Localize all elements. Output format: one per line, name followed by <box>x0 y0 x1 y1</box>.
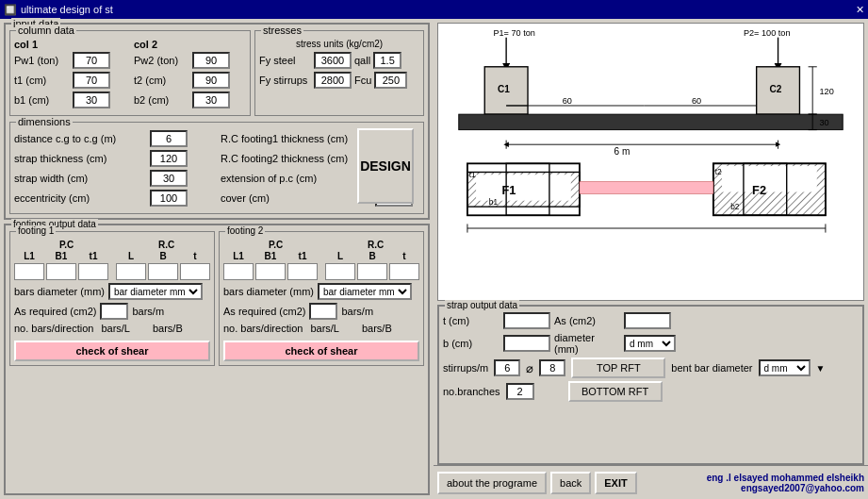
fy-steel-row: Fy steel qall <box>259 52 419 69</box>
app-title: ultimate design of st <box>21 4 113 15</box>
chevron-icon[interactable]: ▼ <box>816 363 826 374</box>
strap-thickness-input[interactable] <box>150 150 188 167</box>
f2-as-row: As required (cm2) bars/m <box>223 303 419 320</box>
col2-label: col 2 <box>134 39 246 50</box>
f2-bars-m-label: bars/m <box>341 306 373 317</box>
pw2-input[interactable] <box>192 52 230 69</box>
b1-input[interactable] <box>73 91 110 108</box>
span-label: 6 m <box>614 146 631 157</box>
stirrups-label: stirrups/m <box>443 362 488 374</box>
credit-line1: eng .l elsayed mohammed elsheikh <box>707 473 864 483</box>
f2-label: F2 <box>752 183 766 197</box>
about-button[interactable]: about the programe <box>437 472 547 494</box>
f1-bar-diam-select[interactable]: bar diameter mm <box>108 283 203 300</box>
strap-width-label: strap width (cm) <box>14 173 146 184</box>
f1-check-shear-button[interactable]: check of shear <box>14 341 210 361</box>
dist-cg-input[interactable] <box>150 130 188 147</box>
f1-as-row: As required (cm2) bars/m <box>14 303 210 320</box>
branches-input[interactable] <box>506 383 534 400</box>
column-data-panel: column data col 1 Pw1 (ton) t1 (cm) <box>9 30 251 116</box>
fy-steel-input[interactable] <box>314 52 352 69</box>
f2-no-bars-row: no. bars/direction bars/L bars/B <box>223 323 419 334</box>
c2-label: C2 <box>769 84 781 94</box>
stirrup-val1-input[interactable] <box>494 359 520 376</box>
f1-h-b1: B1 <box>46 251 76 261</box>
f2-inner <box>722 166 817 191</box>
f2-as-label: As required (cm2) <box>223 306 305 317</box>
f1-as-label: As required (cm2) <box>14 306 96 317</box>
fy-stirrups-row: Fy stirrups Fcu <box>259 72 419 89</box>
f1-l-cell <box>116 263 146 280</box>
f2-h-b: B <box>357 251 387 261</box>
strap-as-input[interactable] <box>624 312 671 329</box>
bottom-rft-button[interactable]: BOTTOM RFT <box>568 381 663 402</box>
strap-thickness-label: strap thickness (cm) <box>14 153 146 164</box>
f2-h-l1: L1 <box>223 251 254 261</box>
t1-input[interactable] <box>73 72 110 89</box>
f1-h-t: t <box>180 251 210 261</box>
strap-diam-select[interactable]: d mm <box>624 335 676 352</box>
f1-as-input[interactable] <box>100 303 128 320</box>
strap-b-input[interactable] <box>503 335 550 352</box>
f1-h-l: L <box>116 251 146 261</box>
b2-label: b2 (cm) <box>134 94 190 106</box>
bent-bar-select[interactable]: d mm <box>759 359 811 376</box>
dist-cg-label: distance c.g to c.g (m) <box>14 133 146 144</box>
eccentricity-label: eccentricity (cm) <box>14 192 146 204</box>
f2-bar-diam-select[interactable]: bar diameter mm <box>318 283 412 300</box>
f1-b1-cell <box>46 263 76 280</box>
fy-stirrups-label: Fy stirrups <box>259 75 311 86</box>
strap-middle <box>580 182 713 194</box>
f2-as-input[interactable] <box>309 303 337 320</box>
app-icon: 🔲 <box>4 4 17 16</box>
footing1-title: footing 1 <box>16 225 56 236</box>
pw2-row: Pw2 (ton) <box>134 52 246 69</box>
f2-no-bars-label: no. bars/direction <box>223 323 303 334</box>
credit-block: eng .l elsayed mohammed elsheikh engsaye… <box>707 473 864 493</box>
strap-thickness-row: strap thickness (cm) <box>14 150 213 167</box>
f1-h-b: B <box>148 251 178 261</box>
fcu-input[interactable] <box>374 72 407 89</box>
t2-row: t2 (cm) <box>134 72 246 89</box>
structural-diagram: P1= 70 ton P2= 100 ton <box>438 24 863 300</box>
f1-bar-diam-label: bars diameter (mm) <box>14 286 105 297</box>
f1-bar-diam-row: bars diameter (mm) bar diameter mm <box>14 283 210 300</box>
f1-t1-cell <box>78 263 108 280</box>
exit-button[interactable]: EXIT <box>595 472 636 494</box>
f2-b-cell <box>357 263 387 280</box>
f2-l1-cell <box>223 263 254 280</box>
f1-inner <box>476 175 571 200</box>
t2-input[interactable] <box>192 72 230 89</box>
fy-stirrups-input[interactable] <box>314 72 352 89</box>
strap-t-input[interactable] <box>503 312 550 329</box>
f1-bars-l-label: bars/L <box>101 323 130 334</box>
t2-label: t2 (cm) <box>134 75 190 86</box>
p2-label: P2= 100 ton <box>744 28 791 38</box>
pw1-input[interactable] <box>73 52 110 69</box>
f2-h-b1: B1 <box>255 251 286 261</box>
close-button[interactable]: ✕ <box>856 4 864 16</box>
dimensions-panel: dimensions distance c.g to c.g (m) strap… <box>9 122 424 214</box>
f2-bar-diam-label: bars diameter (mm) <box>223 286 314 297</box>
design-button[interactable]: DESIGN <box>357 128 414 204</box>
qall-input[interactable] <box>373 52 401 69</box>
f2-bars-b-label: bars/B <box>362 323 392 334</box>
no-branches-label: no.branches <box>443 386 500 397</box>
strap-output-section: strap output data t (cm) As (cm2) b (cm)… <box>437 305 864 465</box>
b2-input[interactable] <box>192 91 230 108</box>
f2-check-shear-button[interactable]: check of shear <box>223 341 419 361</box>
f1-no-bars-label: no. bars/direction <box>14 323 93 334</box>
col1-section: col 1 Pw1 (ton) t1 (cm) b1 (cm) <box>14 39 126 111</box>
top-rft-button[interactable]: TOP RFT <box>571 358 665 378</box>
b2-diagram-label: b2 <box>730 203 740 211</box>
phi-symbol: ⌀ <box>526 361 533 375</box>
eccentricity-input[interactable] <box>150 190 188 207</box>
fy-steel-label: Fy steel <box>259 55 311 66</box>
back-button[interactable]: back <box>550 472 591 494</box>
f2-b1-cell <box>255 263 286 280</box>
stirrup-val2-input[interactable] <box>539 359 565 376</box>
footing2-title: footing 2 <box>225 225 265 236</box>
strap-width-input[interactable] <box>150 170 188 187</box>
cover-label: cover (cm) <box>221 192 371 204</box>
pw2-label: Pw2 (ton) <box>134 55 190 66</box>
